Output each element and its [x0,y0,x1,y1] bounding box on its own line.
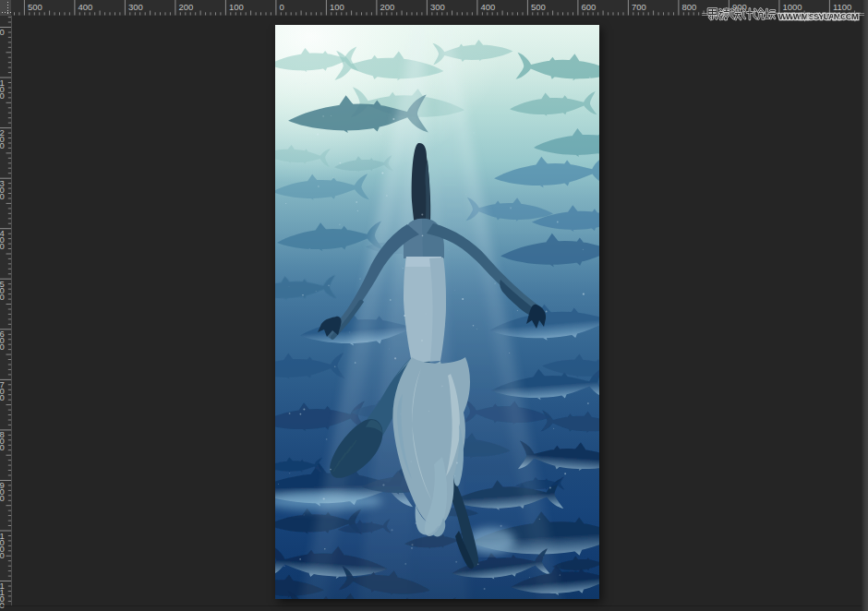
svg-text:0: 0 [0,90,5,101]
svg-text:WWW.MISSYUAN.COM: WWW.MISSYUAN.COM [778,11,859,21]
svg-text:0: 0 [0,140,5,150]
svg-text:0: 0 [0,392,5,402]
svg-text:0: 0 [0,27,5,37]
svg-text:0: 0 [0,442,5,452]
svg-text:0: 0 [0,493,5,503]
svg-text:0: 0 [0,241,5,251]
svg-text:0: 0 [0,191,5,201]
svg-text:0: 0 [0,341,5,352]
svg-text:0: 0 [0,292,5,302]
svg-text:0: 0 [0,550,5,560]
